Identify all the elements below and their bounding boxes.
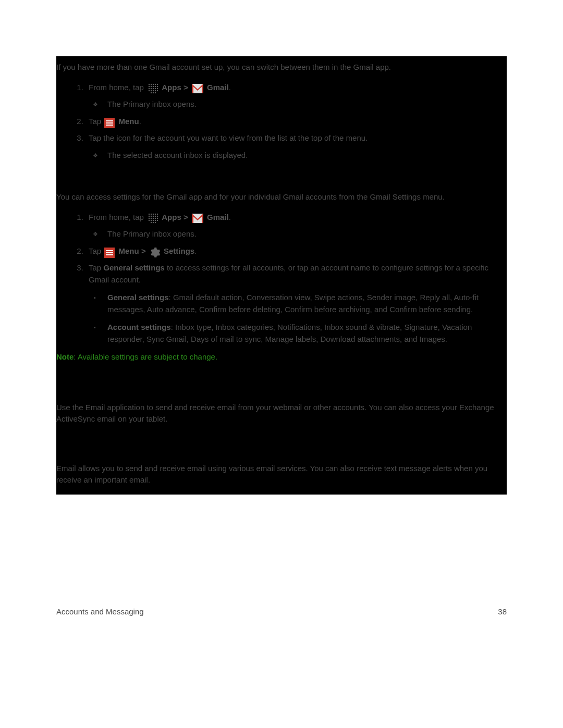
svg-point-13 [155,88,156,89]
note-text: Note: Available settings are subject to … [56,351,507,363]
content-body: If you have more than one Gmail account … [56,56,507,495]
document-page: If you have more than one Gmail account … [0,0,563,728]
section-intro-text: You can access settings for the Gmail ap… [56,191,507,203]
apps-label: Apps [162,83,181,92]
gear-icon [150,248,160,258]
svg-point-4 [157,84,158,85]
ordered-steps-2: From home, tap Apps > [56,212,507,346]
menu-label: Menu [119,117,139,126]
step-item: From home, tap Apps > [85,82,507,110]
svg-point-38 [151,218,152,219]
svg-point-30 [155,214,156,215]
svg-rect-23 [192,84,203,93]
svg-point-7 [153,86,154,87]
svg-marker-25 [192,84,193,93]
gmail-icon [192,214,203,223]
svg-point-46 [157,220,158,221]
menu-icon [104,248,115,258]
detail-bold: General settings [107,293,169,302]
page-footer: Accounts and Messaging 38 [56,607,507,616]
note-body: : Available settings are subject to chan… [74,352,217,361]
apps-icon [148,83,158,94]
svg-point-6 [151,86,152,87]
separator-text: > [141,246,148,255]
svg-point-47 [151,222,152,223]
step-item: Tap Menu. [85,116,507,128]
gmail-label: Gmail [207,83,229,92]
detail-item: Account settings: Inbox type, Inbox cate… [105,322,507,345]
svg-point-3 [155,84,156,85]
step-text: Tap the icon for the account you want to… [89,133,368,142]
svg-point-29 [153,214,154,215]
general-settings-bold: General settings [103,263,165,272]
step-text: Tap [89,246,101,255]
svg-point-48 [153,222,154,223]
menu-label: Menu [119,246,139,255]
svg-point-9 [157,86,158,87]
sub-item: The Primary inbox opens. [105,98,507,110]
svg-point-16 [151,90,152,91]
svg-point-1 [151,84,152,85]
svg-point-27 [149,214,150,215]
footer-left: Accounts and Messaging [56,607,144,616]
svg-point-40 [155,218,156,219]
svg-point-12 [153,88,154,89]
svg-point-18 [155,90,156,91]
svg-point-10 [149,88,150,89]
setup-intro-text: Email allows you to send and receive ema… [56,463,507,486]
note-label: Note [56,352,74,361]
svg-point-43 [151,220,152,221]
step-item: Tap General settings to access settings … [85,262,507,345]
svg-point-37 [149,218,150,219]
svg-point-36 [157,216,158,217]
sub-list: The Primary inbox opens. [89,98,507,110]
step-item: From home, tap Apps > [85,212,507,240]
step-text: From home, tap [89,83,144,92]
svg-point-39 [153,218,154,219]
svg-marker-53 [202,214,203,223]
svg-point-14 [157,88,158,89]
svg-marker-26 [202,84,203,93]
svg-point-31 [157,214,158,215]
gmail-icon [192,84,203,93]
svg-point-44 [153,220,154,221]
apps-label: Apps [162,213,181,221]
sub-item: The selected account inbox is displayed. [105,150,507,162]
settings-label: Settings [164,246,194,255]
menu-icon [104,118,115,128]
svg-point-22 [155,92,156,93]
svg-point-0 [149,84,150,85]
gmail-label: Gmail [207,213,229,221]
svg-point-2 [153,84,154,85]
step-item: Tap the icon for the account you want to… [85,132,507,161]
detail-list: General settings: Gmail default action, … [89,292,507,345]
svg-point-49 [155,222,156,223]
sub-list: The Primary inbox opens. [89,228,507,240]
svg-point-21 [153,92,154,93]
svg-point-8 [155,86,156,87]
svg-point-28 [151,214,152,215]
apps-icon [148,213,158,224]
step-text: From home, tap [89,213,144,221]
svg-point-19 [157,90,158,91]
separator-text: > [183,213,190,221]
detail-item: General settings: Gmail default action, … [105,292,507,315]
section-intro-text: If you have more than one Gmail account … [56,61,507,73]
step-item: Tap Menu > Settings. [85,245,507,257]
svg-point-5 [149,86,150,87]
svg-point-17 [153,90,154,91]
sub-list: The selected account inbox is displayed. [89,150,507,162]
detail-bold: Account settings [107,323,171,331]
svg-point-33 [151,216,152,217]
svg-point-20 [151,92,152,93]
svg-point-45 [155,220,156,221]
svg-point-42 [149,220,150,221]
email-intro-text: Use the Email application to send and re… [56,402,507,425]
step-text: Tap [89,117,101,126]
svg-point-32 [149,216,150,217]
footer-right: 38 [498,607,507,616]
svg-marker-52 [192,214,193,223]
step-text: Tap [89,263,103,272]
svg-point-15 [149,90,150,91]
ordered-steps-1: From home, tap Apps > [56,82,507,162]
